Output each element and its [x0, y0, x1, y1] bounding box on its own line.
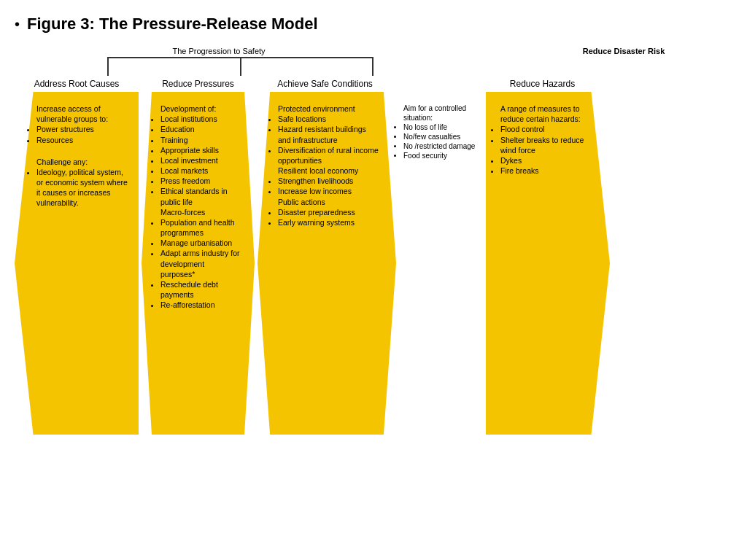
col4-title: Aim for a controlled situation:	[403, 104, 479, 122]
list-item: Local markets	[160, 166, 240, 176]
col3-header: Achieve Safe Conditions	[258, 79, 392, 89]
col1-shape: Increase access of vulnerable groups to:…	[15, 92, 139, 435]
list-item: No /restricted damage	[403, 141, 479, 151]
list-item: Local investment	[160, 155, 240, 166]
list-item: Education	[160, 124, 240, 134]
list-item: Fire breaks	[500, 166, 588, 176]
list-item: Hazard resistant buildings and infrastru…	[278, 124, 380, 144]
shapes-row: Increase access of vulnerable groups to:…	[15, 92, 729, 435]
reduce-risk-label: Reduce Disaster Risk	[518, 47, 729, 55]
col4-list: No loss of life No/few casualties No /re…	[403, 122, 479, 160]
col5-shape: A range of measures to reduce certain ha…	[486, 92, 610, 435]
col-headers: Address Root Causes Reduce Pressures Ach…	[15, 79, 729, 89]
list-item: Appropriate skills	[160, 145, 240, 155]
col2-sec2-list: Population and health programmes Manage …	[160, 217, 240, 311]
col2-sec1-title: Development of:	[160, 104, 240, 114]
list-item: Re-afforestation	[160, 300, 240, 310]
col5-sec1-title: A range of measures to reduce certain ha…	[500, 104, 588, 124]
col1-header: Address Root Causes	[15, 79, 139, 89]
list-item: Safe locations	[278, 114, 380, 124]
list-item: Increase low incomes	[278, 186, 380, 196]
diagram-area: The Progression to Safety Reduce Disaste…	[15, 47, 729, 435]
col3-shape: Protected environment Safe locations Haz…	[258, 92, 396, 435]
top-headers: The Progression to Safety Reduce Disaste…	[15, 47, 729, 55]
list-item: Food security	[403, 151, 479, 160]
list-item: Dykes	[500, 155, 588, 166]
col3-sec2-list: Strengthen livelihoods Increase low inco…	[278, 176, 380, 196]
list-item: No loss of life	[403, 122, 479, 132]
col5-header: Reduce Hazards	[482, 79, 603, 89]
col2-sec2-title: Macro-forces	[160, 207, 240, 217]
list-item: Power structures	[36, 124, 128, 134]
progression-label: The Progression to Safety	[44, 47, 394, 55]
col3-sec1-title: Protected environment	[278, 104, 380, 114]
list-item: Manage urbanisation	[160, 238, 240, 248]
list-item: Press freedom	[160, 176, 240, 186]
col3-sec2-title: Resilient local economy	[278, 166, 380, 176]
col2-sec1-list: Local institutions Education Training Ap…	[160, 114, 240, 207]
list-item: Ideology, political system, or economic …	[36, 167, 128, 209]
list-item: Disaster preparedness	[278, 207, 380, 217]
col3-sec1-list: Safe locations Hazard resistant building…	[278, 114, 380, 166]
col4-controlled: Aim for a controlled situation: No loss …	[399, 92, 483, 435]
list-item: Early warning systems	[278, 217, 380, 228]
list-item: Training	[160, 135, 240, 145]
list-item: Local institutions	[160, 114, 240, 124]
list-item: Flood control	[500, 124, 588, 134]
list-item: Shelter breaks to reduce wind force	[500, 135, 588, 155]
main-title: Figure 3: The Pressure-Release Model	[27, 15, 318, 34]
list-item: Population and health programmes	[160, 217, 240, 238]
title-row: • Figure 3: The Pressure-Release Model	[15, 15, 732, 34]
col2-shape: Development of: Local institutions Educa…	[142, 92, 255, 435]
list-item: Diversification of rural income opportun…	[278, 145, 380, 166]
list-item: Resources	[36, 135, 128, 145]
col3-sec3-title: Public actions	[278, 197, 380, 207]
col1-sec2-title: Challenge any:	[36, 157, 128, 167]
col2-header: Reduce Pressures	[142, 79, 255, 89]
list-item: Adapt arms industry for development purp…	[160, 248, 240, 279]
list-item: Ethical standards in public life	[160, 186, 240, 206]
list-item: Strengthen livelihoods	[278, 176, 380, 186]
col3-sec3-list: Disaster preparedness Early warning syst…	[278, 207, 380, 228]
list-item: No/few casualties	[403, 132, 479, 141]
list-item: Reschedule debt payments	[160, 279, 240, 300]
col5-sec1-list: Flood control Shelter breaks to reduce w…	[500, 124, 588, 176]
bullet: •	[15, 17, 20, 31]
col1-sec1-list: Power structures Resources	[36, 124, 128, 144]
col1-sec1-title: Increase access of vulnerable groups to:	[36, 104, 128, 124]
col1-sec2-list: Ideology, political system, or economic …	[36, 167, 128, 209]
